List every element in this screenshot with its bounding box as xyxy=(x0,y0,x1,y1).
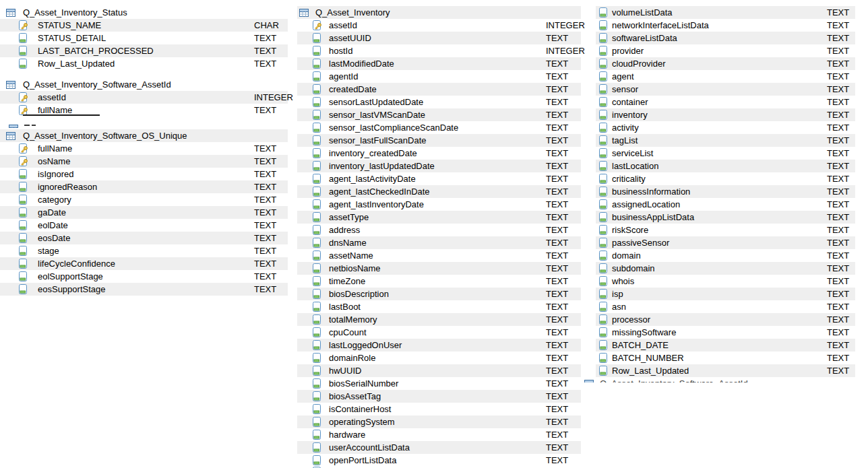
column-row[interactable]: sensor_lastComplianceScanDateTEXT xyxy=(297,121,581,134)
column-row[interactable]: sensor_lastVMScanDateTEXT xyxy=(297,108,581,121)
column-row[interactable]: containerTEXT xyxy=(596,96,855,108)
column-row[interactable]: lastBootTEXT xyxy=(297,300,581,313)
column-row[interactable]: inventory_lastUpdatedDateTEXT xyxy=(297,160,581,172)
column-row[interactable]: agentIdTEXT xyxy=(297,70,581,83)
column-row[interactable]: timeZoneTEXT xyxy=(297,275,581,288)
column-row[interactable]: lifeCycleConfidenceTEXT xyxy=(0,257,288,270)
column-row[interactable]: sensorTEXT xyxy=(596,83,855,96)
column-row[interactable]: lastLocationTEXT xyxy=(596,160,855,172)
column-row[interactable]: Row_Last_UpdatedTEXT xyxy=(0,57,288,70)
column-row[interactable]: BATCH_DATETEXT xyxy=(596,339,855,352)
column-row[interactable]: hwUUIDTEXT xyxy=(297,364,581,377)
column-row[interactable]: agent_lastActivityDateTEXT xyxy=(297,172,581,185)
column-row[interactable]: lastLoggedOnUserTEXT xyxy=(297,339,581,352)
column-type: TEXT xyxy=(254,206,276,219)
column-row[interactable]: inventoryTEXT xyxy=(596,108,855,121)
column-row[interactable]: volumeListDataTEXT xyxy=(596,6,855,19)
column-row[interactable]: assetUUIDTEXT xyxy=(297,32,581,44)
column-row[interactable]: assetIdINTEGER xyxy=(297,19,581,32)
column-row[interactable]: osNameTEXT xyxy=(0,155,288,168)
column-row[interactable]: networkInterfaceListDataTEXT xyxy=(596,19,855,32)
column-row[interactable]: userAccountListDataTEXT xyxy=(297,441,581,454)
column-row[interactable]: isIgnoredTEXT xyxy=(0,168,288,180)
column-row[interactable]: agent_lastCheckedInDateTEXT xyxy=(297,185,581,198)
table-header-row[interactable]: Q_Asset_Inventory_Software_AssetId xyxy=(0,78,288,91)
column-row[interactable]: hostIdINTEGER xyxy=(297,44,581,57)
column-row[interactable]: cloudProviderTEXT xyxy=(596,57,855,70)
column-row[interactable]: STATUS_DETAILTEXT xyxy=(0,32,288,44)
entity-table: Q_Asset_Inventory_StatusSTATUS_NAMECHARS… xyxy=(0,6,288,70)
column-row[interactable]: lastModifiedDateTEXT xyxy=(297,57,581,70)
column-row[interactable]: criticalityTEXT xyxy=(596,172,855,185)
column-row[interactable]: gaDateTEXT xyxy=(0,206,288,219)
column-row[interactable]: totalMemoryTEXT xyxy=(297,313,581,326)
column-name: dnsName xyxy=(329,236,367,249)
column-row[interactable]: cpuCountTEXT xyxy=(297,326,581,339)
column-row[interactable]: eolDateTEXT xyxy=(0,219,288,232)
clipped-table-header[interactable]: Q_Asset_Inventory_Software_AssetId xyxy=(580,377,863,382)
column-row[interactable]: whoisTEXT xyxy=(596,275,855,288)
column-row[interactable]: tagListTEXT xyxy=(596,134,855,147)
column-row[interactable]: providerTEXT xyxy=(596,44,855,57)
column-icon xyxy=(312,110,323,121)
column-row[interactable]: assignedLocationTEXT xyxy=(596,198,855,211)
column-type: TEXT xyxy=(546,454,568,467)
column-row[interactable]: ignoredReasonTEXT xyxy=(0,180,288,193)
column-row[interactable]: categoryTEXT xyxy=(0,193,288,206)
column-row[interactable]: domainRoleTEXT xyxy=(297,352,581,364)
column-row[interactable]: STATUS_NAMECHAR xyxy=(0,19,288,32)
column-row[interactable]: asnTEXT xyxy=(596,300,855,313)
column-row[interactable]: netbiosNameTEXT xyxy=(297,262,581,275)
column-name: hardware xyxy=(329,428,365,441)
column-row[interactable]: hardwareTEXT xyxy=(297,428,581,441)
column-row[interactable]: eosDateTEXT xyxy=(0,232,288,244)
column-name: STATUS_NAME xyxy=(38,19,101,32)
column-icon xyxy=(598,353,609,364)
column-name: softwareListData xyxy=(612,32,677,44)
column-row[interactable]: softwareListDataTEXT xyxy=(596,32,855,44)
column-row[interactable]: ispTEXT xyxy=(596,288,855,300)
column-row[interactable]: sensor_lastFullScanDateTEXT xyxy=(297,134,581,147)
column-row[interactable]: assetIdINTEGER xyxy=(0,91,288,104)
column-row[interactable]: BATCH_NUMBERTEXT xyxy=(596,352,855,364)
column-row[interactable]: operatingSystemTEXT xyxy=(297,415,581,428)
column-row[interactable]: assetTypeTEXT xyxy=(297,211,581,224)
column-row[interactable]: riskScoreTEXT xyxy=(596,224,855,236)
column-row[interactable]: isContainerHostTEXT xyxy=(297,403,581,415)
column-row[interactable]: eolSupportStageTEXT xyxy=(0,270,288,283)
column-row[interactable]: sensorLastUpdatedDateTEXT xyxy=(297,96,581,108)
column-row[interactable]: activityTEXT xyxy=(596,121,855,134)
column-row[interactable]: LAST_BATCH_PROCESSEDTEXT xyxy=(0,44,288,57)
column-row[interactable]: addressTEXT xyxy=(297,224,581,236)
column-row[interactable]: biosDescriptionTEXT xyxy=(297,288,581,300)
column-row[interactable]: createdDateTEXT xyxy=(297,83,581,96)
column-row[interactable]: serviceListTEXT xyxy=(596,147,855,160)
column-row[interactable]: passiveSensorTEXT xyxy=(596,236,855,249)
column-row[interactable]: businessAppListDataTEXT xyxy=(596,211,855,224)
column-row[interactable]: agent_lastInventoryDateTEXT xyxy=(297,198,581,211)
column-row[interactable]: biosAssetTagTEXT xyxy=(297,390,581,403)
table-header-row[interactable]: Q_Asset_Inventory_Status xyxy=(0,6,288,19)
table-header-row[interactable]: Q_Asset_Inventory xyxy=(297,6,581,19)
column-row[interactable]: businessInformationTEXT xyxy=(596,185,855,198)
column-row[interactable]: openPortListDataTEXT xyxy=(297,454,581,467)
column-row[interactable]: eosSupportStageTEXT xyxy=(0,283,288,296)
column-row[interactable]: assetNameTEXT xyxy=(297,249,581,262)
column-row[interactable]: stageTEXT xyxy=(0,244,288,257)
column-row[interactable]: missingSoftwareTEXT xyxy=(596,326,855,339)
column-row[interactable]: dnsNameTEXT xyxy=(297,236,581,249)
column-name: operatingSystem xyxy=(329,415,395,428)
column-icon xyxy=(598,327,609,338)
table-header-row[interactable]: Q_Asset_Inventory_Software_OS_Unique xyxy=(0,129,288,142)
column-name: domainRole xyxy=(329,352,375,364)
column-icon xyxy=(598,161,609,172)
column-row[interactable]: domainTEXT xyxy=(596,249,855,262)
column-row[interactable]: inventory_createdDateTEXT xyxy=(297,147,581,160)
column-row[interactable]: processorTEXT xyxy=(596,313,855,326)
column-row[interactable]: agentTEXT xyxy=(596,70,855,83)
column-row[interactable]: biosSerialNumberTEXT xyxy=(297,377,581,390)
column-row[interactable]: Row_Last_UpdatedTEXT xyxy=(596,364,855,377)
column-icon xyxy=(312,455,323,466)
column-row[interactable]: subdomainTEXT xyxy=(596,262,855,275)
column-row[interactable]: fullNameTEXT xyxy=(0,142,288,155)
